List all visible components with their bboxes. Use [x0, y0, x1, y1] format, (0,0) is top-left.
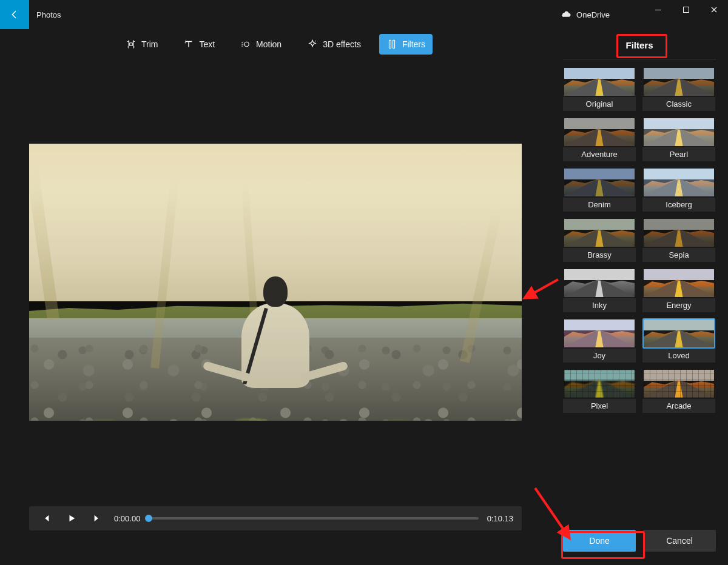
prev-frame-button[interactable]	[38, 510, 55, 527]
onedrive-status[interactable]: OneDrive	[561, 0, 610, 29]
maximize-icon	[682, 6, 690, 13]
filters-panel: Filters OriginalClassicAdventurePearlDen…	[551, 29, 728, 565]
svg-rect-6	[389, 40, 391, 48]
filter-label: Inky	[563, 298, 636, 312]
toolbar-3d-label: 3D effects	[323, 39, 361, 49]
total-time: 0:10.13	[487, 514, 513, 523]
toolbar-trim-label: Trim	[141, 39, 158, 49]
filter-inky[interactable]: Inky	[563, 268, 636, 312]
svg-point-5	[315, 41, 317, 42]
minimize-icon	[655, 6, 662, 13]
done-button[interactable]: Done	[563, 530, 636, 552]
svg-rect-1	[684, 7, 689, 13]
filter-thumb	[563, 67, 636, 97]
panel-header-tab[interactable]: Filters	[619, 38, 659, 53]
filter-thumb	[642, 218, 715, 248]
filter-label: Loved	[642, 349, 715, 363]
svg-rect-7	[393, 40, 394, 48]
step-back-icon	[42, 514, 50, 523]
filter-energy[interactable]: Energy	[642, 268, 716, 312]
filter-adventure[interactable]: Adventure	[563, 117, 636, 161]
filter-original[interactable]: Original	[563, 67, 636, 111]
seek-thumb[interactable]	[145, 515, 152, 522]
filter-pixel[interactable]: Pixel	[563, 369, 636, 413]
filter-label: Sepia	[642, 248, 715, 262]
filter-thumb	[563, 218, 636, 248]
filter-thumb	[563, 167, 636, 198]
filter-label: Denim	[563, 198, 636, 212]
sparkle-icon	[307, 39, 318, 50]
editor-toolbar: Trim + Text Motion 3D effects Filters	[0, 34, 551, 55]
filter-denim[interactable]: Denim	[563, 167, 636, 212]
filter-thumb	[563, 268, 636, 298]
text-icon: +	[183, 39, 194, 50]
panel-buttons: Done Cancel	[563, 530, 716, 552]
filter-loved[interactable]: Loved	[642, 318, 716, 363]
titlebar: Photos OneDrive	[0, 0, 728, 29]
toolbar-trim[interactable]: Trim	[118, 34, 165, 55]
filter-thumb	[642, 318, 715, 349]
window-controls	[644, 0, 728, 19]
toolbar-text[interactable]: + Text	[176, 34, 222, 55]
toolbar-motion[interactable]: Motion	[233, 34, 289, 55]
toolbar-filters-label: Filters	[402, 39, 425, 49]
minimize-button[interactable]	[644, 0, 672, 19]
filter-arcade[interactable]: Arcade	[642, 369, 716, 413]
toolbar-text-label: Text	[199, 39, 215, 49]
toolbar-3d-effects[interactable]: 3D effects	[300, 34, 368, 55]
next-frame-button[interactable]	[89, 510, 106, 527]
filter-label: Iceberg	[642, 198, 715, 212]
toolbar-motion-label: Motion	[256, 39, 281, 49]
filter-classic[interactable]: Classic	[642, 67, 716, 111]
current-time: 0:00.00	[114, 514, 140, 523]
filter-joy[interactable]: Joy	[563, 318, 636, 363]
video-preview[interactable]	[29, 144, 522, 421]
filters-grid: OriginalClassicAdventurePearlDenimIceber…	[563, 67, 716, 413]
seek-track[interactable]	[149, 517, 478, 520]
filter-brassy[interactable]: Brassy	[563, 218, 636, 262]
back-button[interactable]	[0, 0, 29, 29]
filter-label: Classic	[642, 97, 715, 111]
trim-icon	[126, 39, 136, 50]
maximize-button[interactable]	[672, 0, 700, 19]
filter-thumb	[642, 117, 715, 147]
app-title: Photos	[36, 10, 61, 19]
cancel-button[interactable]: Cancel	[643, 530, 716, 552]
cloud-icon	[561, 11, 571, 18]
filter-label: Brassy	[563, 248, 636, 262]
filter-thumb	[642, 268, 715, 298]
playback-bar: 0:00.00 0:10.13	[29, 506, 522, 530]
preview-scene	[29, 144, 522, 421]
filter-label: Joy	[563, 349, 636, 363]
filter-thumb	[642, 167, 715, 198]
filter-label: Adventure	[563, 147, 636, 161]
svg-rect-0	[655, 10, 661, 10]
close-button[interactable]	[700, 0, 728, 19]
play-button[interactable]	[63, 510, 80, 527]
motion-icon	[240, 39, 251, 50]
onedrive-label: OneDrive	[576, 10, 610, 19]
filter-label: Energy	[642, 298, 715, 312]
play-icon	[67, 514, 76, 523]
svg-point-4	[244, 42, 249, 47]
filter-pearl[interactable]: Pearl	[642, 117, 716, 161]
panel-header: Filters	[563, 34, 716, 59]
arrow-left-icon	[9, 9, 20, 20]
filter-thumb	[642, 67, 715, 97]
svg-text:+: +	[185, 41, 187, 44]
filter-iceberg[interactable]: Iceberg	[642, 167, 716, 212]
toolbar-filters[interactable]: Filters	[379, 34, 433, 55]
filter-sepia[interactable]: Sepia	[642, 218, 716, 262]
filter-label: Pixel	[563, 399, 636, 413]
filters-icon	[386, 39, 397, 50]
filter-thumb	[563, 369, 636, 399]
filter-label: Original	[563, 97, 636, 111]
filter-thumb	[563, 318, 636, 349]
close-icon	[710, 6, 718, 13]
filter-label: Pearl	[642, 147, 715, 161]
filter-thumb	[642, 369, 715, 399]
filter-thumb	[563, 117, 636, 147]
step-forward-icon	[93, 514, 101, 523]
filter-label: Arcade	[642, 399, 715, 413]
